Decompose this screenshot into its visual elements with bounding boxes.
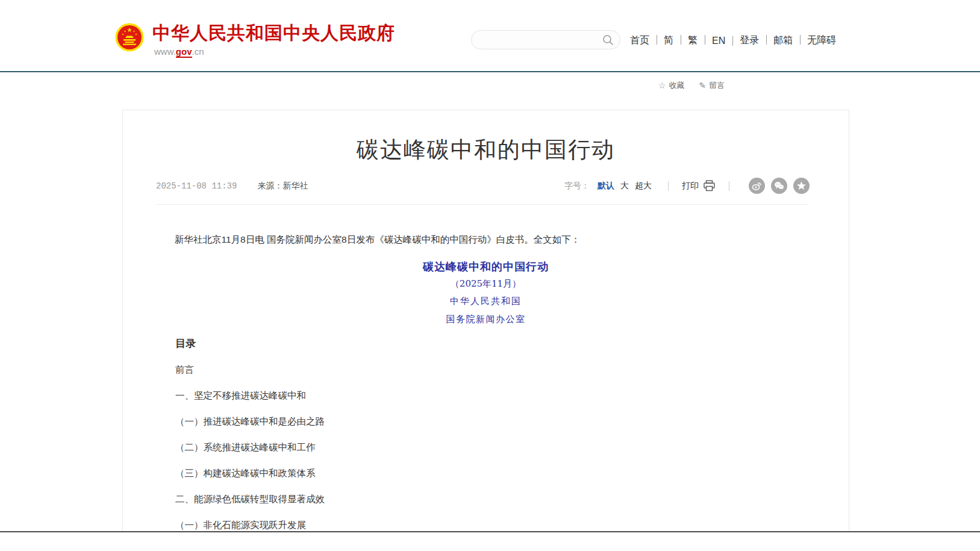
font-size-xlarge[interactable]: 超大 xyxy=(635,181,652,191)
source-value[interactable]: 新华社 xyxy=(282,181,308,190)
site-logo[interactable]: 中华人民共和国中央人民政府 www.gov.cn xyxy=(115,23,395,57)
url-www: www. xyxy=(154,46,176,57)
pencil-icon: ✎ xyxy=(699,81,707,90)
favorite-label: 收藏 xyxy=(669,80,685,91)
document-date: （2025年11月） xyxy=(123,278,849,290)
toc-item: 二、能源绿色低碳转型取得显著成效 xyxy=(175,494,325,504)
font-size-large[interactable]: 大 xyxy=(620,181,629,191)
nav-english[interactable]: EN xyxy=(705,36,732,46)
lead-paragraph: 新华社北京11月8日电 国务院新闻办公室8日发布《碳达峰碳中和的中国行动》白皮书… xyxy=(156,232,808,247)
favorite-link[interactable]: ☆收藏 xyxy=(658,80,685,91)
table-of-contents: 目录 前言 一、坚定不移推进碳达峰碳中和 （一）推进碳达峰碳中和是必由之路 （二… xyxy=(175,338,325,546)
star-icon: ☆ xyxy=(658,81,666,90)
site-url: www.gov.cn xyxy=(154,46,395,57)
toc-item: 一、坚定不移推进碳达峰碳中和 xyxy=(175,391,325,400)
share-weibo-icon[interactable] xyxy=(749,178,765,194)
page-actions: ☆收藏 ✎留言 xyxy=(658,80,725,91)
meta-divider xyxy=(729,181,729,191)
nav-simplified[interactable]: 简 xyxy=(657,34,681,47)
meta-divider xyxy=(668,181,669,191)
print-label: 打印 xyxy=(682,181,699,191)
national-emblem-icon xyxy=(115,23,144,52)
toc-item: （一）非化石能源实现跃升发展 xyxy=(175,520,325,530)
source-label: 来源： xyxy=(257,181,282,190)
site-title: 中华人民共和国中央人民政府 xyxy=(152,23,395,43)
url-cn: .cn xyxy=(192,46,204,57)
font-size-default[interactable]: 默认 xyxy=(598,181,614,191)
article-card: 碳达峰碳中和的中国行动 2025-11-08 11:39 来源：新华社 字号： … xyxy=(122,110,849,532)
nav-traditional[interactable]: 繁 xyxy=(681,34,705,47)
toc-item: （三）构建碳达峰碳中和政策体系 xyxy=(175,469,325,478)
toc-heading: 目录 xyxy=(175,338,325,349)
publish-date: 2025-11-08 11:39 xyxy=(156,181,237,191)
search-icon[interactable] xyxy=(602,34,614,46)
article-source: 来源：新华社 xyxy=(257,181,308,191)
comment-label: 留言 xyxy=(709,80,725,91)
url-gov: gov xyxy=(176,46,192,58)
article-title: 碳达峰碳中和的中国行动 xyxy=(123,135,849,165)
search-input[interactable] xyxy=(472,35,602,45)
share-qzone-star-icon[interactable] xyxy=(793,178,810,194)
print-button[interactable]: 打印 xyxy=(682,180,716,191)
nav-accessibility[interactable]: 无障碍 xyxy=(800,34,843,47)
page: 中华人民共和国中央人民政府 www.gov.cn 首页 简 繁 EN 登录 邮箱… xyxy=(0,0,980,551)
printer-icon xyxy=(703,180,716,191)
document-org-line2: 国务院新闻办公室 xyxy=(123,314,849,325)
article-meta: 2025-11-08 11:39 来源：新华社 字号： 默认 大 超大 打印 xyxy=(156,178,810,194)
page-bottom-divider xyxy=(0,531,980,532)
toc-item: （一）推进碳达峰碳中和是必由之路 xyxy=(175,417,325,426)
top-nav: 首页 简 繁 EN 登录 邮箱 无障碍 xyxy=(630,34,843,47)
header-divider xyxy=(0,71,980,72)
toc-item: 前言 xyxy=(175,365,325,375)
document-org-line1: 中华人民共和国 xyxy=(123,296,849,307)
nav-login[interactable]: 登录 xyxy=(732,34,766,47)
nav-home[interactable]: 首页 xyxy=(630,34,657,47)
search-box xyxy=(471,30,620,49)
document-title: 碳达峰碳中和的中国行动 xyxy=(123,260,849,274)
meta-separator xyxy=(156,204,808,205)
comment-link[interactable]: ✎留言 xyxy=(699,80,725,91)
share-wechat-icon[interactable] xyxy=(771,178,787,194)
font-size-label: 字号： xyxy=(564,181,590,191)
nav-mail[interactable]: 邮箱 xyxy=(766,34,800,47)
toc-item: （二）系统推进碳达峰碳中和工作 xyxy=(175,443,325,452)
